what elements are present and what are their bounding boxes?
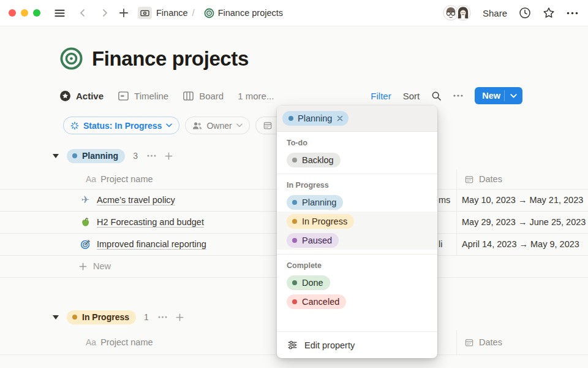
back-icon[interactable] — [78, 8, 88, 18]
view-tabs: Active Timeline Board 1 more... — [59, 86, 274, 105]
text-property-icon: Aa — [86, 174, 96, 184]
project-title[interactable]: Acme’s travel policy — [97, 195, 175, 205]
apple-icon — [80, 217, 91, 228]
star-circle-icon — [59, 90, 71, 102]
selected-tag-planning[interactable]: Planning — [282, 111, 349, 126]
chevron-down-icon — [166, 123, 172, 128]
new-page-icon[interactable] — [118, 7, 129, 18]
status-option-backlog[interactable]: Backlog — [277, 150, 437, 169]
group-options-icon[interactable] — [147, 155, 156, 157]
group-options-icon[interactable] — [158, 316, 167, 318]
new-button-label[interactable]: New — [475, 87, 504, 104]
group-count: 1 — [144, 312, 149, 322]
edit-property-button[interactable]: Edit property — [277, 331, 437, 358]
target-icon — [204, 7, 215, 19]
group-count: 3 — [133, 151, 138, 161]
status-burst-icon — [70, 121, 79, 130]
group-header-in-progress: In Progress 1 — [53, 309, 184, 325]
project-title[interactable]: Improved financial reporting — [97, 239, 206, 249]
owner-filter-chip[interactable]: Owner — [185, 117, 249, 134]
collapse-triangle-icon[interactable] — [53, 154, 59, 158]
page-title[interactable]: Finance projects — [92, 47, 249, 71]
tab-active[interactable]: Active — [59, 90, 104, 102]
breadcrumb-parent[interactable]: Finance — [156, 8, 188, 18]
status-filter-dropdown: Planning To-do Backlog In Progress Plann… — [277, 105, 437, 358]
status-filter-chip[interactable]: Status: In Progress — [63, 117, 179, 134]
section-label-todo: To-do — [287, 139, 428, 147]
close-window-button[interactable] — [9, 9, 16, 17]
plus-icon — [78, 262, 88, 271]
forward-icon[interactable] — [100, 8, 110, 18]
status-option-paused[interactable]: Paused — [277, 231, 437, 250]
calendar-icon — [464, 338, 474, 347]
page-header: Finance projects — [59, 47, 249, 71]
sort-button[interactable]: Sort — [403, 91, 420, 101]
group-add-icon[interactable] — [164, 151, 173, 161]
notion-window: Finance / Finance projects Share — [0, 0, 588, 368]
group-add-icon[interactable] — [175, 313, 184, 322]
dart-icon — [80, 239, 91, 250]
tab-board[interactable]: Board — [183, 90, 224, 102]
updates-clock-icon[interactable] — [519, 7, 531, 19]
breadcrumb-separator: / — [192, 8, 195, 18]
page-target-icon[interactable] — [59, 47, 83, 71]
share-button[interactable]: Share — [483, 8, 507, 18]
view-options-icon[interactable] — [453, 94, 463, 97]
dates-cell[interactable]: April 14, 2023 → May 9, 2023 — [456, 233, 579, 255]
group-status-tag[interactable]: Planning — [67, 149, 125, 163]
minimize-window-button[interactable] — [21, 9, 28, 17]
window-topbar: Finance / Finance projects Share — [0, 0, 588, 26]
calendar-icon — [263, 121, 273, 130]
avatar[interactable] — [455, 5, 471, 21]
collapse-triangle-icon[interactable] — [53, 315, 59, 320]
filter-button[interactable]: Filter — [371, 91, 391, 101]
owner-cell-fragment: li — [439, 239, 442, 249]
remove-tag-icon[interactable] — [337, 115, 343, 121]
topbar-actions: Share — [443, 5, 578, 21]
column-header-dates[interactable]: Dates — [456, 330, 502, 355]
project-title[interactable]: H2 Forecasting and budget — [97, 217, 204, 227]
banknote-icon — [138, 7, 152, 19]
new-dropdown-chevron-icon[interactable] — [505, 87, 522, 104]
status-filter-input[interactable]: Planning — [277, 105, 437, 132]
status-option-in-progress[interactable]: In Progress — [277, 212, 437, 231]
tab-timeline[interactable]: Timeline — [118, 90, 168, 102]
more-options-icon[interactable] — [567, 12, 578, 15]
status-option-canceled[interactable]: Canceled — [277, 292, 437, 311]
sliders-icon — [287, 340, 298, 350]
collaborator-avatars — [443, 5, 471, 21]
breadcrumb-current[interactable]: Finance projects — [218, 8, 283, 18]
text-property-icon: Aa — [86, 337, 96, 347]
window-controls — [9, 9, 40, 17]
section-label-in-progress: In Progress — [287, 181, 428, 190]
calendar-icon — [464, 175, 474, 184]
column-header-project-name[interactable]: Aa Project name — [86, 337, 153, 347]
group-header-planning: Planning 3 — [53, 148, 173, 164]
search-icon[interactable] — [431, 91, 442, 101]
section-label-complete: Complete — [287, 261, 428, 270]
board-icon — [183, 90, 194, 102]
chevron-down-icon — [236, 123, 243, 128]
filter-bar: Status: In Progress Owner — [63, 117, 298, 134]
airplane-icon: ✈ — [80, 195, 91, 205]
column-header-project-name[interactable]: Aa Project name — [86, 174, 153, 184]
dates-cell[interactable]: May 29, 2023 → June 25, 2023 — [456, 211, 586, 233]
owner-cell-fragment: ms — [439, 195, 450, 205]
dates-cell[interactable]: May 10, 2023 → May 21, 2023 — [456, 189, 583, 211]
status-option-planning[interactable]: Planning — [277, 193, 437, 212]
sidebar-menu-icon[interactable] — [54, 7, 66, 19]
tab-more-views[interactable]: 1 more... — [238, 91, 274, 101]
group-status-tag[interactable]: In Progress — [67, 310, 136, 324]
column-header-dates[interactable]: Dates — [456, 169, 502, 189]
zoom-window-button[interactable] — [33, 9, 40, 17]
favorite-star-icon[interactable] — [543, 7, 555, 19]
status-option-done[interactable]: Done — [277, 273, 437, 292]
new-button[interactable]: New — [475, 87, 522, 104]
view-toolbar: Filter Sort New — [371, 86, 522, 105]
timeline-icon — [118, 90, 129, 102]
people-icon — [192, 121, 202, 130]
